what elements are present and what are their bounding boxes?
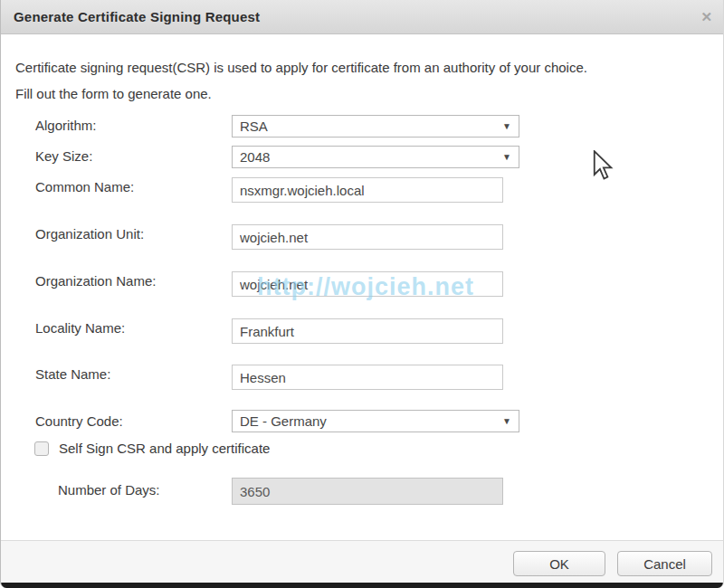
key-size-select[interactable]: 2048 ▼ [232, 146, 519, 168]
chevron-down-icon: ▼ [502, 116, 511, 137]
dialog-bottom-edge [1, 583, 724, 588]
ok-button[interactable]: OK [513, 551, 605, 576]
dialog-description: Certificate signing request(CSR) is used… [15, 54, 712, 107]
dialog-title: Generate Certificate Signing Request [14, 0, 260, 34]
state-name-input[interactable] [232, 365, 503, 390]
algorithm-select[interactable]: RSA ▼ [232, 115, 519, 138]
algorithm-select-value: RSA [240, 119, 268, 134]
number-of-days-input [232, 478, 503, 505]
self-sign-checkbox-label: Self Sign CSR and apply certificate [59, 441, 270, 456]
mouse-cursor [592, 150, 617, 183]
field-label-country-code: Country Code: [35, 413, 123, 429]
field-label-state-name: State Name: [35, 366, 110, 382]
chevron-down-icon: ▼ [502, 147, 511, 167]
organization-unit-input[interactable] [232, 224, 503, 250]
country-code-select[interactable]: DE - Germany ▼ [232, 410, 519, 432]
generate-csr-dialog: Generate Certificate Signing Request ✕ C… [0, 0, 724, 588]
field-label-common-name: Common Name: [35, 179, 134, 194]
description-line-2: Fill out the form to generate one. [15, 86, 212, 101]
organization-name-input[interactable] [232, 271, 503, 297]
field-label-algorithm: Algorithm: [35, 118, 97, 133]
description-line-1: Certificate signing request(CSR) is used… [15, 60, 587, 75]
field-label-locality-name: Locality Name: [35, 320, 125, 336]
country-code-select-value: DE - Germany [240, 413, 327, 429]
field-label-number-of-days: Number of Days: [58, 482, 160, 498]
field-label-organization-unit: Organization Unit: [35, 226, 144, 242]
dialog-footer: OK Cancel [1, 540, 724, 582]
dialog-titlebar: Generate Certificate Signing Request ✕ [1, 0, 724, 34]
chevron-down-icon: ▼ [502, 411, 511, 432]
field-label-organization-name: Organization Name: [35, 273, 156, 289]
close-icon[interactable]: ✕ [700, 0, 712, 34]
self-sign-checkbox[interactable] [34, 441, 49, 456]
locality-name-input[interactable] [232, 318, 503, 344]
cancel-button[interactable]: Cancel [617, 551, 712, 576]
field-label-key-size: Key Size: [35, 148, 92, 164]
key-size-select-value: 2048 [240, 149, 270, 165]
common-name-input[interactable] [232, 177, 503, 203]
